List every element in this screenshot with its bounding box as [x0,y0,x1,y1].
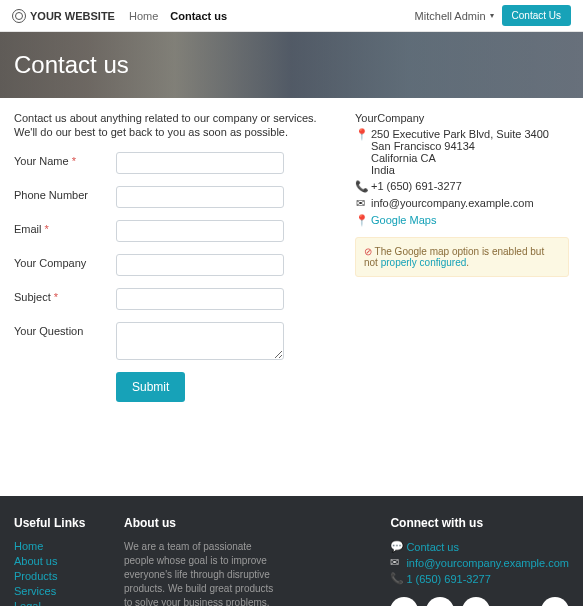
phone-icon: 📞 [390,572,400,585]
main-content: Contact us about anything related to our… [0,98,583,416]
footer: Useful Links Home About us Products Serv… [0,496,583,606]
email-label: Email * [14,220,116,235]
field-company: Your Company [14,254,335,276]
field-subject: Subject * [14,288,335,310]
footer-link-about[interactable]: About us [14,555,104,567]
address-block: 250 Executive Park Blvd, Suite 3400 San … [371,128,569,176]
phone-label: Phone Number [14,186,116,201]
header-right: Mitchell Admin ▾ Contact Us [415,5,571,26]
contact-us-button[interactable]: Contact Us [502,5,571,26]
user-name: Mitchell Admin [415,10,486,22]
warning-link[interactable]: properly configured [381,257,467,268]
address-line2: San Francisco 94134 [371,140,569,152]
envelope-icon: ✉ [355,197,365,210]
connect-email-row: ✉ info@yourcompany.example.com [390,556,569,569]
subject-label: Subject * [14,288,116,303]
nav-home[interactable]: Home [129,10,158,22]
home-social-icon[interactable]: ⌂ [541,597,569,606]
linkedin-icon[interactable]: in [462,597,490,606]
speech-icon: 💬 [390,540,400,553]
field-question: Your Question [14,322,335,360]
footer-columns: Useful Links Home About us Products Serv… [14,516,569,606]
main-nav: Home Contact us [129,10,227,22]
top-header: YOUR WEBSITE Home Contact us Mitchell Ad… [0,0,583,32]
company-label: Your Company [14,254,116,269]
name-input[interactable] [116,152,284,174]
maps-row: 📍 Google Maps [355,214,569,227]
map-marker-icon: 📍 [355,128,365,176]
connect-phone-link[interactable]: 1 (650) 691-3277 [406,573,490,585]
field-name: Your Name * [14,152,335,174]
company-info: YourCompany 📍 250 Executive Park Blvd, S… [355,112,569,402]
question-label: Your Question [14,322,116,337]
twitter-icon[interactable]: 🐦 [426,597,454,606]
spacer [0,416,583,496]
address-line4: India [371,164,569,176]
useful-links-col: Useful Links Home About us Products Serv… [14,516,104,606]
connect-col: Connect with us 💬 Contact us ✉ info@your… [390,516,569,606]
footer-link-legal[interactable]: Legal [14,600,104,606]
address-line3: California CA [371,152,569,164]
email-input[interactable] [116,220,284,242]
nav-contact-us[interactable]: Contact us [170,10,227,22]
company-input[interactable] [116,254,284,276]
footer-spacer [304,516,371,606]
footer-link-services[interactable]: Services [14,585,104,597]
email-row: ✉ info@yourcompany.example.com [355,197,569,210]
page-title: Contact us [14,51,129,79]
submit-button[interactable]: Submit [116,372,185,402]
map-icon: 📍 [355,214,365,227]
connect-contact-row: 💬 Contact us [390,540,569,553]
caret-down-icon: ▾ [490,11,494,20]
about-title: About us [124,516,284,530]
phone-icon: 📞 [355,180,365,193]
connect-email-link[interactable]: info@yourcompany.example.com [406,557,569,569]
footer-link-products[interactable]: Products [14,570,104,582]
field-phone: Phone Number [14,186,335,208]
globe-icon [12,9,26,23]
contact-form: Your Name * Phone Number Email * Your Co… [14,152,335,402]
intro-line1: Contact us about anything related to our… [14,112,335,124]
user-menu[interactable]: Mitchell Admin ▾ [415,10,494,22]
logo-text: YOUR WEBSITE [30,10,115,22]
logo[interactable]: YOUR WEBSITE [12,9,115,23]
subject-input[interactable] [116,288,284,310]
name-label: Your Name * [14,152,116,167]
hero-banner: Contact us [0,32,583,98]
social-icons: f 🐦 in ⌂ [390,597,569,606]
connect-contact-link[interactable]: Contact us [406,541,459,553]
company-name: YourCompany [355,112,569,124]
facebook-icon[interactable]: f [390,597,418,606]
envelope-icon: ✉ [390,556,400,569]
about-p1: We are a team of passionate people whose… [124,540,284,606]
question-textarea[interactable] [116,322,284,360]
company-phone: +1 (650) 691-3277 [371,180,462,193]
connect-phone-row: 📞 1 (650) 691-3277 [390,572,569,585]
useful-links-title: Useful Links [14,516,104,530]
about-col: About us We are a team of passionate peo… [124,516,284,606]
footer-link-home[interactable]: Home [14,540,104,552]
address-line1: 250 Executive Park Blvd, Suite 3400 [371,128,569,140]
intro-line2: We'll do our best to get back to you as … [14,126,335,138]
form-section: Contact us about anything related to our… [14,112,335,402]
warning-box: ⊘ The Google map option is enabled but n… [355,237,569,277]
warning-icon: ⊘ [364,246,372,257]
warning-text3: . [466,257,469,268]
address-row: 📍 250 Executive Park Blvd, Suite 3400 Sa… [355,128,569,176]
connect-title: Connect with us [390,516,569,530]
phone-row: 📞 +1 (650) 691-3277 [355,180,569,193]
company-email: info@yourcompany.example.com [371,197,534,210]
phone-input[interactable] [116,186,284,208]
google-maps-link[interactable]: Google Maps [371,214,436,227]
field-email: Email * [14,220,335,242]
